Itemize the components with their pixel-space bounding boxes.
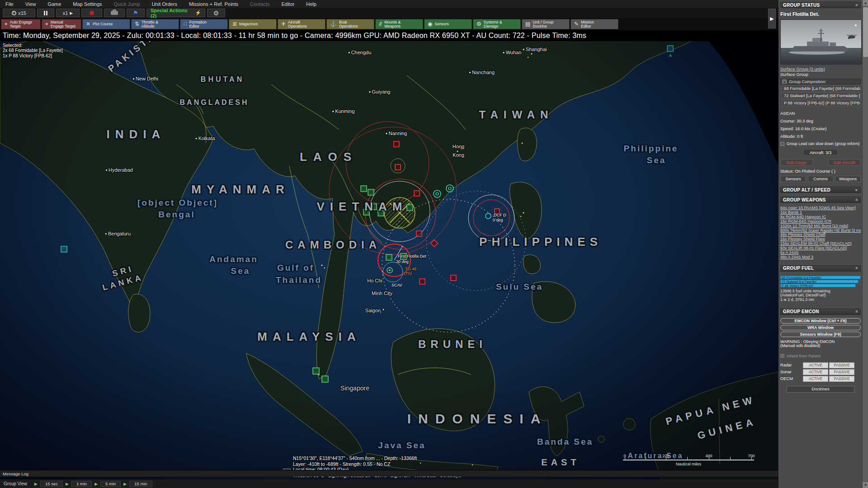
sonar-active-button[interactable]: ACTIVE bbox=[803, 369, 828, 375]
weapon-link[interactable]: 48x A 244S Mod 3 bbox=[780, 255, 861, 260]
time-step-5min[interactable]: 5 min bbox=[100, 481, 121, 487]
time-compression-button[interactable]: x15 bbox=[3, 9, 35, 17]
throttle-altitude-button[interactable]: ⇅Throttle &Altitude bbox=[131, 19, 179, 29]
scroll-down-icon[interactable]: ▼ bbox=[863, 482, 868, 488]
weapon-link[interactable]: 48x Plessey Shield Chaff bbox=[780, 233, 861, 237]
aircraft-operations-button[interactable]: ✈AircraftOperations bbox=[278, 19, 326, 29]
surface-group-link[interactable]: Surface Group (3 units) bbox=[780, 66, 861, 71]
group-status-header[interactable]: GROUP STATUS » bbox=[780, 2, 861, 8]
panel-scrollbar[interactable]: ▲ ▼ bbox=[862, 0, 868, 488]
menu-game[interactable]: Game bbox=[47, 1, 61, 7]
collapse-icon[interactable]: » bbox=[854, 4, 859, 6]
group-fuel-header[interactable]: GROUP FUEL » bbox=[780, 265, 861, 272]
mounts-weapons-button[interactable]: ⫻Mounts &Weapons bbox=[375, 19, 423, 29]
manual-engage-target-button[interactable]: ⌖ManualEngage Target bbox=[42, 19, 81, 29]
weapon-link[interactable]: 16x RGM-84G Harpoon ICR bbox=[780, 220, 861, 224]
time-step-1min[interactable]: 1 min bbox=[71, 481, 92, 487]
boat-operations-button[interactable]: ⚓BoatOperations bbox=[326, 19, 374, 29]
throttle-icon: ⇅ bbox=[135, 22, 139, 26]
group-side: ASEAN bbox=[780, 111, 861, 116]
menu-editor[interactable]: Editor bbox=[281, 1, 294, 7]
map-area[interactable]: PAKISTAN BHUTAN BANGLADESH INDIA MYANMAR… bbox=[0, 0, 778, 488]
auto-engage-target-button[interactable]: ⌖Auto EngageTarget bbox=[1, 19, 41, 29]
group-emcon-header[interactable]: GROUP EMCON » bbox=[780, 309, 861, 315]
unit-group-doctrine-button[interactable]: ▤Unit / GroupDoctrine bbox=[522, 19, 570, 29]
emcon-window-button[interactable]: EMCON Window (Ctrl + F9) bbox=[780, 318, 861, 324]
mission-editor-button[interactable]: ✎MissionEditor bbox=[571, 19, 618, 29]
oecm-passive-button[interactable]: PASSIVE bbox=[829, 376, 854, 382]
panel-expander-button[interactable]: ▶ bbox=[768, 9, 776, 28]
group-lead-checkbox-row[interactable]: Group Lead can slow down (group reform) bbox=[780, 141, 861, 146]
collapse-icon[interactable]: » bbox=[854, 198, 859, 201]
weapon-link[interactable]: 1020x 12.7mm/50 MG Burst [10 rnds] bbox=[780, 224, 861, 229]
radar-passive-button[interactable]: PASSIVE bbox=[829, 362, 854, 368]
weapon-link[interactable]: 16x Barak 1 bbox=[780, 211, 861, 215]
city-name: Ho Chi bbox=[367, 278, 382, 283]
weapon-link[interactable]: 900x 76mm/62 Super Rapido HE Burst [2 rn… bbox=[780, 229, 861, 233]
message-log-bar[interactable]: Message Log bbox=[0, 470, 778, 477]
aircraft-count-button[interactable]: Aircraft: 3/3 bbox=[803, 149, 838, 155]
weapon-link[interactable]: 60x SEALIR 08-01 Flare [SEACLAD] bbox=[780, 246, 861, 251]
weapon-link[interactable]: 6x A 244S bbox=[780, 251, 861, 255]
emcon-warning: WARNING : Obeying EMCON (Manual edit dis… bbox=[780, 340, 861, 348]
step-play-button[interactable]: x1 ▶ bbox=[56, 9, 80, 17]
fuel-bar[interactable]: P 88 Victory [FPB-62] bbox=[780, 284, 856, 287]
time-step-15min[interactable]: 15 min bbox=[129, 481, 152, 487]
special-actions-button[interactable]: Special Actions (2) ⚡ bbox=[146, 9, 205, 17]
group-alt-speed-header[interactable]: GROUP ALT / SPEED » bbox=[780, 187, 861, 193]
group-composition-header[interactable]: ▲ Group Composition: bbox=[780, 79, 861, 84]
menu-file[interactable]: File bbox=[5, 1, 14, 7]
settings-button[interactable]: ⚙ bbox=[207, 9, 225, 17]
weapon-link[interactable]: 8x RGM-84D Harpoon IC bbox=[780, 215, 861, 220]
oecm-active-button[interactable]: ACTIVE bbox=[803, 376, 828, 382]
sensors-button[interactable]: ◉Sensors bbox=[424, 19, 472, 29]
fuel-bar[interactable]: 68 Formidable [La Fayette] bbox=[780, 276, 861, 279]
collapse-icon[interactable]: ▲ bbox=[782, 80, 787, 84]
sensors-window-button[interactable]: Sensors Window (F9) bbox=[780, 332, 861, 337]
scroll-up-icon[interactable]: ▲ bbox=[863, 0, 868, 6]
systems-damage-button[interactable]: ⚙Systems &Damage bbox=[473, 19, 521, 29]
tab-sensors[interactable]: Sensors bbox=[780, 176, 806, 182]
tab-comms[interactable]: Comms bbox=[808, 176, 834, 182]
tab-weapons[interactable]: Weapons bbox=[835, 176, 861, 182]
fuel-bar[interactable]: 72 Stalwart [La Fayette] bbox=[780, 280, 859, 283]
magazines-icon: ≣ bbox=[232, 22, 237, 26]
map-city-label: Saigon bbox=[365, 308, 381, 313]
menu-map-settings[interactable]: Map Settings bbox=[73, 1, 102, 7]
checkbox-icon[interactable] bbox=[780, 142, 784, 146]
weapon-link[interactable]: 64x Aster 15 PAAMS [GWS 45 Sea Viper] bbox=[780, 206, 861, 211]
camera-button[interactable] bbox=[104, 9, 125, 17]
composition-row[interactable]: 72 Stalwart [La Fayette] (68 Formidable … bbox=[782, 93, 861, 99]
pause-button[interactable] bbox=[37, 9, 54, 17]
composition-row[interactable]: 68 Formidable [La Fayette] (68 Formidabl… bbox=[782, 85, 861, 92]
world-map[interactable] bbox=[0, 30, 778, 488]
scroll-thumb[interactable] bbox=[863, 7, 868, 57]
edit-aircraft-button[interactable]: Edit Aircraft bbox=[828, 159, 861, 166]
weapon-link[interactable]: 16x Plessey Shield Flare bbox=[780, 237, 861, 242]
menu-help[interactable]: Help bbox=[306, 1, 316, 7]
wra-window-button[interactable]: WRA Window bbox=[780, 325, 861, 330]
edit-cargo-button[interactable]: Edit Cargo bbox=[780, 159, 813, 166]
collapse-icon[interactable]: » bbox=[854, 310, 859, 313]
menu-missions-ref-points[interactable]: Missions + Ref. Points bbox=[189, 1, 238, 7]
doctrines-button[interactable]: Doctrines bbox=[787, 386, 854, 393]
group-weapons-header[interactable]: GROUP WEAPONS » bbox=[780, 197, 861, 203]
map-city-label: Minh City bbox=[372, 291, 392, 296]
inherit-from-parent-checkbox[interactable]: ✓ Inherit from Parent bbox=[780, 354, 861, 358]
menu-view[interactable]: View bbox=[25, 1, 36, 7]
weapon-link[interactable]: 156x SEALEM 08-02 Chaff [SEACLAD] bbox=[780, 242, 861, 246]
flag-button[interactable]: ⚑ bbox=[127, 9, 145, 17]
composition-row[interactable]: P 88 Victory [FPB-62] (P 88 Victory [FPB… bbox=[782, 100, 861, 106]
collapse-icon[interactable]: » bbox=[854, 267, 859, 270]
plot-course-button[interactable]: ✕Plot Course bbox=[82, 19, 130, 29]
formation-icon: ∷ bbox=[184, 22, 187, 26]
formation-editor-button[interactable]: ∷FormationEditor bbox=[180, 19, 228, 29]
radar-active-button[interactable]: ACTIVE bbox=[803, 362, 828, 368]
menu-unit-orders[interactable]: Unit Orders bbox=[152, 1, 177, 7]
magazines-button[interactable]: ≣Magazines bbox=[229, 19, 277, 29]
land-island-a bbox=[598, 436, 604, 442]
expand-icon[interactable]: » bbox=[854, 188, 859, 191]
record-button[interactable] bbox=[81, 9, 102, 17]
sonar-passive-button[interactable]: PASSIVE bbox=[829, 369, 854, 375]
time-step-15sec[interactable]: 15 sec bbox=[40, 481, 63, 487]
